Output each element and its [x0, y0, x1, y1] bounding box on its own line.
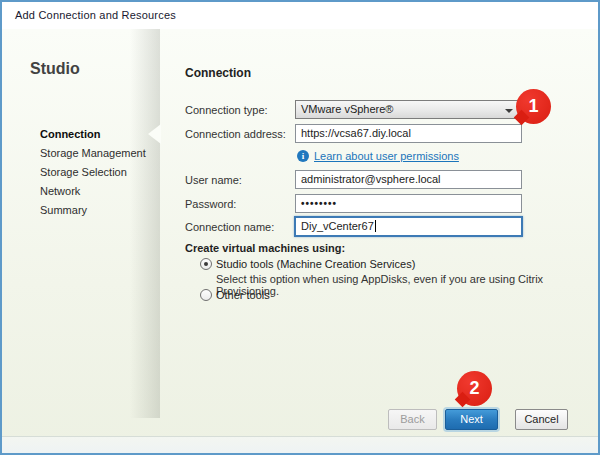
user-name-label: User name:: [185, 174, 242, 186]
wizard-body: Studio Connection Storage Management Sto…: [2, 29, 598, 453]
active-step-notch: [148, 124, 161, 144]
radio-other-tools-label[interactable]: Other tools: [216, 289, 270, 301]
connection-name-label: Connection name:: [185, 221, 274, 233]
footer-strip: [2, 436, 598, 453]
permissions-info-row: i Learn about user permissions: [297, 149, 459, 163]
user-name-input[interactable]: administrator@vsphere.local: [295, 170, 522, 189]
annotation-badge-1: 1: [516, 89, 551, 124]
chevron-down-icon: [505, 109, 513, 113]
step-storage-selection: Storage Selection: [40, 163, 146, 182]
step-summary: Summary: [40, 201, 146, 220]
back-button: Back: [388, 409, 437, 430]
connection-address-input[interactable]: https://vcsa67.diy.local: [295, 124, 522, 143]
step-connection[interactable]: Connection: [40, 125, 146, 144]
radio-selected-dot: [204, 262, 208, 266]
connection-name-input[interactable]: Diy_vCenter67: [294, 216, 523, 237]
text-caret: [375, 220, 376, 232]
connection-name-value: Diy_vCenter67: [301, 220, 374, 232]
step-network: Network: [40, 182, 146, 201]
create-vm-heading: Create virtual machines using:: [185, 242, 345, 254]
password-label: Password:: [185, 198, 236, 210]
annotation-badge-2: 2: [457, 371, 492, 406]
connection-address-label: Connection address:: [185, 128, 286, 140]
step-storage-management: Storage Management: [40, 144, 146, 163]
sidebar-divider: [130, 29, 160, 418]
radio-studio-tools[interactable]: [200, 258, 212, 270]
cancel-button[interactable]: Cancel: [515, 409, 568, 430]
page-title: Connection: [185, 66, 251, 80]
add-connection-wizard-window: Add Connection and Resources Studio Conn…: [0, 0, 600, 455]
connection-type-value: VMware vSphere®: [301, 103, 393, 115]
studio-logo: Studio: [30, 60, 80, 78]
next-button[interactable]: Next: [445, 409, 498, 430]
wizard-steps-nav: Connection Storage Management Storage Se…: [40, 125, 146, 220]
info-icon: i: [297, 150, 309, 162]
connection-type-select[interactable]: VMware vSphere®: [295, 100, 522, 119]
radio-studio-tools-label[interactable]: Studio tools (Machine Creation Services): [216, 258, 415, 270]
connection-type-label: Connection type:: [185, 104, 268, 116]
radio-studio-tools-description: Select this option when using AppDisks, …: [216, 273, 598, 297]
window-title: Add Connection and Resources: [2, 2, 598, 29]
radio-other-tools[interactable]: [200, 289, 212, 301]
password-input[interactable]: ••••••••: [295, 194, 522, 213]
learn-permissions-link[interactable]: Learn about user permissions: [314, 150, 459, 162]
